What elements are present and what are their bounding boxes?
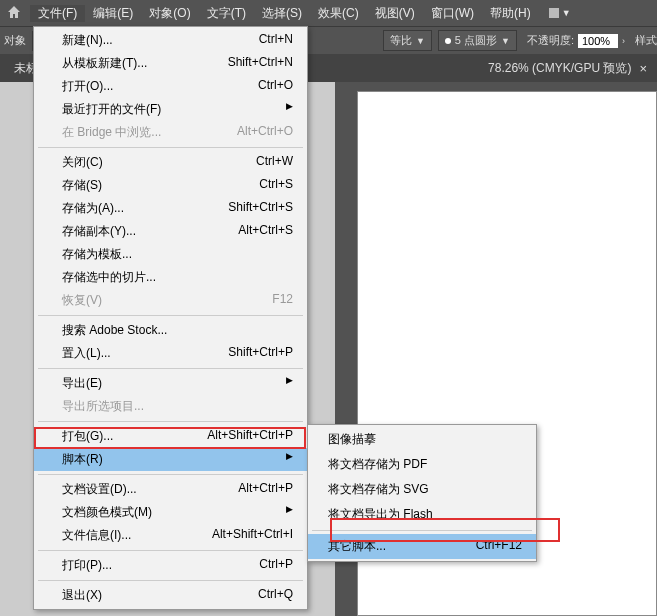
menu-item[interactable]: 存储(S)Ctrl+S [34, 174, 307, 197]
menu-item[interactable]: 将文档存储为 PDF [308, 452, 536, 477]
menu-item-label: 恢复(V) [62, 292, 102, 309]
menu-item[interactable]: 存储副本(Y)...Alt+Ctrl+S [34, 220, 307, 243]
document-tab-info[interactable]: 78.26% (CMYK/GPU 预览) × [478, 56, 657, 81]
menu-object[interactable]: 对象(O) [141, 5, 198, 22]
script-submenu: 图像描摹将文档存储为 PDF将文档存储为 SVG将文档导出为 Flash其它脚本… [307, 424, 537, 562]
object-label: 对象 [4, 33, 26, 48]
menubar: 文件(F) 编辑(E) 对象(O) 文字(T) 选择(S) 效果(C) 视图(V… [0, 0, 657, 26]
menu-item-label: 导出(E) [62, 375, 102, 392]
menu-item[interactable]: 新建(N)...Ctrl+N [34, 29, 307, 52]
menu-item[interactable]: 打开(O)...Ctrl+O [34, 75, 307, 98]
menu-select[interactable]: 选择(S) [254, 5, 310, 22]
submenu-arrow-icon: ▶ [286, 451, 293, 468]
menu-item[interactable]: 搜索 Adobe Stock... [34, 319, 307, 342]
menu-item-label: 存储为模板... [62, 246, 132, 263]
menu-item[interactable]: 文档颜色模式(M)▶ [34, 501, 307, 524]
menu-item-shortcut: Alt+Shift+Ctrl+I [212, 527, 293, 544]
layout-icon[interactable]: ▼ [549, 8, 571, 18]
menu-item-label: 退出(X) [62, 587, 102, 604]
menu-item-label: 将文档导出为 Flash [328, 506, 433, 523]
menu-item[interactable]: 打包(G)...Alt+Shift+Ctrl+P [34, 425, 307, 448]
menu-item-shortcut: Ctrl+P [259, 557, 293, 574]
scale-label: 等比 [390, 33, 412, 48]
chevron-icon[interactable]: › [622, 36, 625, 46]
menu-window[interactable]: 窗口(W) [423, 5, 482, 22]
menu-item-label: 打开(O)... [62, 78, 113, 95]
menu-item-shortcut: Ctrl+O [258, 78, 293, 95]
menu-item[interactable]: 存储为(A)...Shift+Ctrl+S [34, 197, 307, 220]
menu-file[interactable]: 文件(F) [30, 5, 85, 22]
submenu-arrow-icon: ▶ [286, 504, 293, 521]
menu-item[interactable]: 从模板新建(T)...Shift+Ctrl+N [34, 52, 307, 75]
menu-item-label: 将文档存储为 SVG [328, 481, 429, 498]
menu-item[interactable]: 其它脚本...Ctrl+F12 [308, 534, 536, 559]
separator [38, 368, 303, 369]
menu-item-shortcut: Shift+Ctrl+S [228, 200, 293, 217]
separator [312, 530, 532, 531]
separator [38, 580, 303, 581]
menu-item-shortcut: Ctrl+F12 [476, 538, 522, 555]
menu-item-label: 最近打开的文件(F) [62, 101, 161, 118]
separator [38, 550, 303, 551]
menu-item[interactable]: 存储为模板... [34, 243, 307, 266]
separator [38, 315, 303, 316]
menu-item[interactable]: 将文档存储为 SVG [308, 477, 536, 502]
menu-item[interactable]: 退出(X)Ctrl+Q [34, 584, 307, 607]
menu-edit[interactable]: 编辑(E) [85, 5, 141, 22]
opacity-label: 不透明度: [527, 33, 574, 48]
menu-item-shortcut: Ctrl+S [259, 177, 293, 194]
menu-item: 在 Bridge 中浏览...Alt+Ctrl+O [34, 121, 307, 144]
menu-item[interactable]: 导出(E)▶ [34, 372, 307, 395]
menu-item-label: 其它脚本... [328, 538, 386, 555]
menu-item[interactable]: 打印(P)...Ctrl+P [34, 554, 307, 577]
dot-icon [445, 38, 451, 44]
menu-item-label: 脚本(R) [62, 451, 103, 468]
menu-effect[interactable]: 效果(C) [310, 5, 367, 22]
menu-item[interactable]: 脚本(R)▶ [34, 448, 307, 471]
stroke-dropdown[interactable]: 5 点圆形▼ [438, 30, 517, 51]
menu-item-label: 文件信息(I)... [62, 527, 131, 544]
menu-item-shortcut: Alt+Ctrl+P [238, 481, 293, 498]
menu-item-shortcut: Alt+Ctrl+O [237, 124, 293, 141]
menu-type[interactable]: 文字(T) [199, 5, 254, 22]
menu-help[interactable]: 帮助(H) [482, 5, 539, 22]
menu-item[interactable]: 文档设置(D)...Alt+Ctrl+P [34, 478, 307, 501]
menu-item-label: 存储(S) [62, 177, 102, 194]
close-icon[interactable]: × [639, 61, 647, 76]
menu-item-label: 在 Bridge 中浏览... [62, 124, 161, 141]
menu-item-label: 文档颜色模式(M) [62, 504, 152, 521]
menu-item: 恢复(V)F12 [34, 289, 307, 312]
scale-dropdown[interactable]: 等比▼ [383, 30, 432, 51]
menu-item[interactable]: 图像描摹 [308, 427, 536, 452]
menu-item-label: 存储选中的切片... [62, 269, 156, 286]
menu-item-shortcut: Alt+Shift+Ctrl+P [207, 428, 293, 445]
menu-item-label: 文档设置(D)... [62, 481, 137, 498]
menu-view[interactable]: 视图(V) [367, 5, 423, 22]
opacity-input[interactable]: 100% [578, 34, 618, 48]
tab-info: 78.26% (CMYK/GPU 预览) [488, 60, 631, 77]
menu-item-label: 新建(N)... [62, 32, 113, 49]
menu-item-label: 关闭(C) [62, 154, 103, 171]
menu-item-label: 置入(L)... [62, 345, 111, 362]
menu-item: 导出所选项目... [34, 395, 307, 418]
menu-item-label: 存储为(A)... [62, 200, 124, 217]
menu-item[interactable]: 文件信息(I)...Alt+Shift+Ctrl+I [34, 524, 307, 547]
menu-item[interactable]: 存储选中的切片... [34, 266, 307, 289]
menu-item-shortcut: Shift+Ctrl+P [228, 345, 293, 362]
menu-item-shortcut: F12 [272, 292, 293, 309]
menu-item-label: 打包(G)... [62, 428, 113, 445]
menu-item-shortcut: Ctrl+W [256, 154, 293, 171]
menu-item-shortcut: Shift+Ctrl+N [228, 55, 293, 72]
separator [38, 474, 303, 475]
menu-item[interactable]: 置入(L)...Shift+Ctrl+P [34, 342, 307, 365]
menu-item-shortcut: Alt+Ctrl+S [238, 223, 293, 240]
menu-item[interactable]: 关闭(C)Ctrl+W [34, 151, 307, 174]
menu-item[interactable]: 将文档导出为 Flash [308, 502, 536, 527]
menu-item[interactable]: 最近打开的文件(F)▶ [34, 98, 307, 121]
file-dropdown-menu: 新建(N)...Ctrl+N从模板新建(T)...Shift+Ctrl+N打开(… [33, 26, 308, 610]
home-icon[interactable] [6, 4, 22, 23]
menu-item-label: 图像描摹 [328, 431, 376, 448]
menu-item-shortcut: Ctrl+Q [258, 587, 293, 604]
menu-item-label: 存储副本(Y)... [62, 223, 136, 240]
separator [38, 421, 303, 422]
